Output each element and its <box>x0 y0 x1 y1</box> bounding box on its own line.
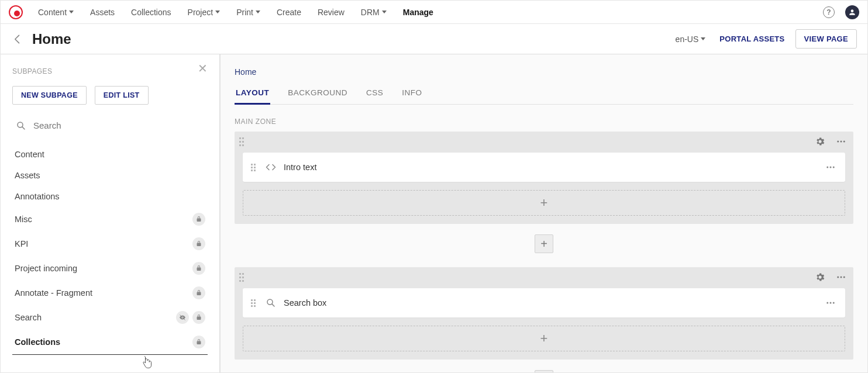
lock-icon <box>192 262 205 275</box>
plus-icon: + <box>540 195 548 210</box>
page-item[interactable]: Annotate - Fragment <box>12 281 208 305</box>
svg-point-4 <box>841 141 842 143</box>
nav-create[interactable]: Create <box>277 8 301 17</box>
nav-drm[interactable]: DRM <box>361 8 387 17</box>
page-item[interactable]: Assets <box>12 165 208 186</box>
cursor-icon <box>141 356 153 370</box>
page-item[interactable]: Project incoming <box>12 256 208 281</box>
page-item[interactable]: Collections <box>12 330 208 355</box>
widget-row[interactable]: Search box <box>243 288 845 317</box>
view-page-button[interactable]: VIEW PAGE <box>795 29 857 49</box>
search-input[interactable] <box>32 120 204 131</box>
editor-tabs: LAYOUT BACKGROUND CSS INFO <box>235 88 853 105</box>
more-icon[interactable] <box>824 296 837 309</box>
widget-label: Search box <box>284 298 824 308</box>
nav-project[interactable]: Project <box>188 8 221 17</box>
page-label: Annotations <box>15 192 60 201</box>
gear-icon[interactable] <box>814 271 826 284</box>
drag-handle-icon[interactable] <box>239 137 245 147</box>
brand-logo[interactable] <box>9 5 23 19</box>
tab-background[interactable]: BACKGROUND <box>287 88 349 104</box>
zone-label: MAIN ZONE <box>235 118 853 126</box>
drag-handle-icon[interactable] <box>239 273 245 282</box>
page-label: Search <box>15 313 42 322</box>
svg-point-10 <box>841 277 842 278</box>
lock-icon <box>192 311 205 324</box>
plus-icon: + <box>540 331 548 346</box>
sidebar: ✕ SUBPAGES NEW SUBPAGE EDIT LIST Content… <box>1 54 221 372</box>
nav-right: ? <box>823 5 859 19</box>
tab-layout[interactable]: LAYOUT <box>235 88 270 105</box>
page-item[interactable]: KPI <box>12 232 208 256</box>
nav-manage[interactable]: Manage <box>403 8 433 17</box>
svg-point-14 <box>826 302 828 304</box>
nav-assets[interactable]: Assets <box>90 8 115 17</box>
nav-label: DRM <box>361 8 380 17</box>
svg-point-5 <box>843 141 845 143</box>
page-title: Home <box>32 31 676 47</box>
nav-review[interactable]: Review <box>318 8 345 17</box>
chevron-down-icon <box>256 11 260 13</box>
page-label: Assets <box>15 171 40 180</box>
add-section-button[interactable]: + <box>535 234 553 253</box>
nav-label: Review <box>318 8 345 17</box>
svg-point-16 <box>833 302 835 304</box>
nav-label: Assets <box>90 8 115 17</box>
gear-icon[interactable] <box>814 135 826 148</box>
nav-content[interactable]: Content <box>38 8 74 17</box>
portal-assets-link[interactable]: PORTAL ASSETS <box>719 34 784 43</box>
page-item[interactable]: Search <box>12 305 208 330</box>
help-icon[interactable]: ? <box>823 6 835 18</box>
add-widget-dropzone[interactable]: + <box>243 326 845 351</box>
chevron-down-icon <box>69 11 74 13</box>
nav-items: Content Assets Collections Project Print… <box>38 8 823 17</box>
more-icon[interactable] <box>835 271 848 284</box>
nav-print[interactable]: Print <box>236 8 260 17</box>
close-sidebar-icon[interactable]: ✕ <box>198 61 208 75</box>
body: ✕ SUBPAGES NEW SUBPAGE EDIT LIST Content… <box>1 54 867 372</box>
language-select[interactable]: en-US <box>676 34 706 44</box>
search-icon <box>265 297 277 309</box>
breadcrumb[interactable]: Home <box>235 67 853 77</box>
svg-point-8 <box>833 167 835 168</box>
sidebar-search[interactable] <box>12 118 208 133</box>
app-root: Content Assets Collections Project Print… <box>0 0 868 373</box>
svg-point-11 <box>843 277 845 278</box>
lock-icon <box>192 286 205 299</box>
add-section-button[interactable]: + <box>535 370 553 372</box>
page-item[interactable]: Content <box>12 144 208 165</box>
more-icon[interactable] <box>824 161 837 174</box>
widget-row[interactable]: Intro text <box>243 153 845 182</box>
svg-point-7 <box>830 167 832 168</box>
drag-handle-icon[interactable] <box>251 164 257 171</box>
chevron-down-icon <box>701 37 705 40</box>
drag-handle-icon[interactable] <box>251 299 257 307</box>
lock-icon <box>192 237 205 250</box>
new-subpage-button[interactable]: NEW SUBPAGE <box>12 86 87 105</box>
tab-css[interactable]: CSS <box>365 88 384 104</box>
page-item[interactable]: Misc <box>12 207 208 232</box>
chevron-down-icon <box>382 11 387 13</box>
svg-point-6 <box>826 167 828 168</box>
page-item[interactable]: Annotations <box>12 186 208 207</box>
avatar[interactable] <box>845 5 859 19</box>
more-icon[interactable] <box>835 135 848 148</box>
widget-label: Intro text <box>284 163 824 172</box>
nav-collections[interactable]: Collections <box>131 8 171 17</box>
back-button[interactable] <box>11 33 24 46</box>
svg-point-9 <box>837 277 839 278</box>
tab-info[interactable]: INFO <box>401 88 423 104</box>
add-widget-dropzone[interactable]: + <box>243 190 845 216</box>
svg-line-13 <box>272 304 274 306</box>
zone-block: Intro text + <box>235 132 853 224</box>
svg-point-15 <box>830 302 832 304</box>
page-list: Content Assets Annotations Misc KPI Proj… <box>12 144 208 355</box>
eye-off-icon <box>176 311 189 324</box>
top-nav: Content Assets Collections Project Print… <box>1 1 867 24</box>
edit-list-button[interactable]: EDIT LIST <box>95 86 149 105</box>
nav-label: Create <box>277 8 301 17</box>
search-icon <box>16 120 26 131</box>
page-label: Misc <box>15 215 32 224</box>
subpages-heading: SUBPAGES <box>12 67 208 75</box>
nav-label: Project <box>188 8 213 17</box>
